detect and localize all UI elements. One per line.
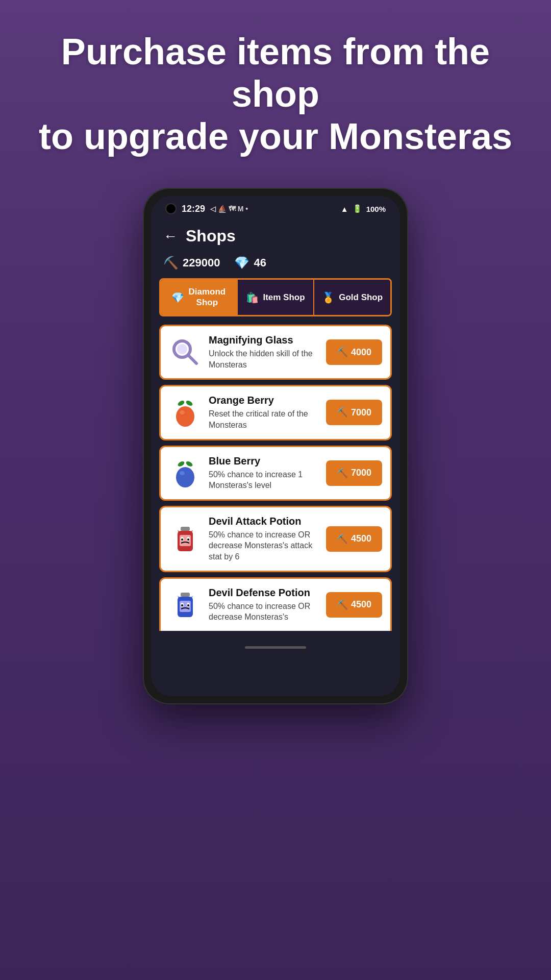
buy-icon-2: ⛏️ — [337, 468, 348, 479]
devil-attack-potion-desc: 50% chance to increase OR decrease Monst… — [209, 529, 319, 562]
tab-item-label: Item Shop — [263, 292, 305, 303]
gold-icon: ⛏️ — [163, 256, 179, 270]
svg-point-3 — [177, 400, 185, 407]
page-title: Shops — [186, 227, 236, 246]
buy-price-4: 4500 — [351, 599, 371, 610]
phone-screen: 12:29 ◁ ⛵ 🗺 M • ▲ 🔋 100% ← Shops ⛏️ 2290… — [151, 196, 400, 696]
buy-icon-4: ⛏️ — [337, 599, 348, 610]
blue-berry-info: Blue Berry 50% chance to increase 1 Mons… — [209, 455, 319, 491]
svg-rect-11 — [181, 527, 190, 531]
battery-icon: 🔋 — [353, 204, 362, 213]
gold-shop-icon: 🏅 — [322, 291, 335, 304]
diamond-amount: 46 — [254, 256, 266, 270]
devil-defense-potion-icon — [169, 589, 202, 621]
magnifying-glass-info: Magnifying Glass Unlock the hidden skill… — [209, 334, 319, 370]
home-indicator — [151, 641, 400, 652]
buy-price-2: 7000 — [351, 468, 371, 478]
shop-item-devil-attack-potion: Devil Attack Potion 50% chance to increa… — [159, 506, 392, 572]
hero-section: Purchase items from the shop to upgrade … — [0, 0, 551, 178]
buy-icon-0: ⛏️ — [337, 347, 348, 358]
app-header: ← Shops — [151, 218, 400, 252]
buy-devil-attack-button[interactable]: ⛏️ 4500 — [326, 526, 382, 552]
shop-item-orange-berry: Orange Berry Reset the critical rate of … — [159, 385, 392, 440]
svg-point-17 — [187, 538, 189, 541]
status-bar: 12:29 ◁ ⛵ 🗺 M • ▲ 🔋 100% — [151, 196, 400, 218]
devil-defense-potion-name: Devil Defense Potion — [209, 587, 319, 599]
shop-item-magnifying-glass: Magnifying Glass Unlock the hidden skill… — [159, 325, 392, 380]
blue-berry-name: Blue Berry — [209, 455, 319, 467]
orange-berry-name: Orange Berry — [209, 395, 319, 406]
buy-orange-berry-button[interactable]: ⛏️ 7000 — [326, 400, 382, 425]
buy-price-3: 4500 — [351, 533, 371, 544]
tab-diamond-label: DiamondShop — [188, 287, 226, 308]
buy-blue-berry-button[interactable]: ⛏️ 7000 — [326, 460, 382, 486]
battery-percentage: 100% — [366, 205, 386, 213]
devil-attack-potion-icon — [169, 523, 202, 555]
currency-row: ⛏️ 229000 💎 46 — [151, 252, 400, 278]
svg-point-1 — [177, 344, 187, 354]
svg-point-7 — [177, 460, 185, 468]
diamond-currency: 💎 46 — [234, 256, 266, 270]
devil-defense-potion-desc: 50% chance to increase OR decrease Monst… — [209, 601, 319, 623]
camera-dot — [165, 203, 177, 214]
diamond-shop-icon: 💎 — [171, 291, 184, 304]
buy-magnifying-glass-button[interactable]: ⛏️ 4000 — [326, 339, 382, 365]
home-bar — [245, 646, 306, 649]
blue-berry-icon — [169, 457, 202, 489]
tab-bar: 💎 DiamondShop 🛍️ Item Shop 🏅 Gold Shop — [159, 278, 392, 316]
svg-rect-20 — [181, 593, 190, 597]
magnifying-glass-icon — [169, 336, 202, 369]
phone-device: 12:29 ◁ ⛵ 🗺 M • ▲ 🔋 100% ← Shops ⛏️ 2290… — [143, 188, 408, 704]
tab-gold-shop[interactable]: 🏅 Gold Shop — [313, 280, 390, 315]
buy-icon-1: ⛏️ — [337, 407, 348, 418]
diamond-icon: 💎 — [234, 256, 249, 270]
buy-icon-3: ⛏️ — [337, 533, 348, 545]
svg-point-9 — [176, 467, 194, 487]
tab-gold-label: Gold Shop — [339, 292, 383, 303]
svg-line-2 — [188, 355, 196, 363]
status-icons-left: ◁ ⛵ 🗺 M • — [210, 205, 248, 213]
svg-point-26 — [187, 604, 189, 606]
svg-point-6 — [180, 410, 185, 414]
tab-diamond-shop[interactable]: 💎 DiamondShop — [161, 280, 237, 315]
wifi-icon: ▲ — [341, 205, 348, 213]
devil-attack-potion-name: Devil Attack Potion — [209, 516, 319, 527]
buy-devil-defense-button[interactable]: ⛏️ 4500 — [326, 592, 382, 618]
shop-list: Magnifying Glass Unlock the hidden skill… — [151, 325, 400, 631]
orange-berry-icon — [169, 396, 202, 429]
svg-point-4 — [185, 400, 193, 407]
buy-price-0: 4000 — [351, 347, 371, 358]
buy-price-1: 7000 — [351, 407, 371, 418]
status-left: 12:29 ◁ ⛵ 🗺 M • — [165, 203, 248, 214]
magnifying-glass-desc: Unlock the hidden skill of the Monsteras — [209, 348, 319, 370]
status-time: 12:29 — [182, 204, 205, 214]
devil-defense-potion-info: Devil Defense Potion 50% chance to incre… — [209, 587, 319, 623]
svg-point-16 — [181, 538, 183, 541]
orange-berry-desc: Reset the critical rate of the Monsteras — [209, 408, 319, 430]
app-content: ← Shops ⛏️ 229000 💎 46 💎 DiamondShop — [151, 218, 400, 641]
svg-point-5 — [176, 406, 194, 427]
back-button[interactable]: ← — [163, 228, 178, 244]
shop-item-devil-defense-potion: Devil Defense Potion 50% chance to incre… — [159, 577, 392, 631]
orange-berry-info: Orange Berry Reset the critical rate of … — [209, 395, 319, 430]
svg-point-10 — [180, 471, 185, 475]
magnifying-glass-name: Magnifying Glass — [209, 334, 319, 346]
gold-currency: ⛏️ 229000 — [163, 256, 220, 270]
blue-berry-desc: 50% chance to increase 1 Monsteras's lev… — [209, 469, 319, 491]
devil-attack-potion-info: Devil Attack Potion 50% chance to increa… — [209, 516, 319, 562]
svg-point-25 — [181, 604, 183, 606]
status-icons-right: ▲ 🔋 100% — [341, 204, 386, 213]
shop-item-blue-berry: Blue Berry 50% chance to increase 1 Mons… — [159, 446, 392, 501]
item-shop-icon: 🛍️ — [246, 291, 259, 304]
svg-point-8 — [185, 460, 193, 468]
gold-amount: 229000 — [183, 256, 220, 270]
tab-item-shop[interactable]: 🛍️ Item Shop — [237, 280, 314, 315]
hero-title: Purchase items from the shop to upgrade … — [31, 31, 520, 157]
